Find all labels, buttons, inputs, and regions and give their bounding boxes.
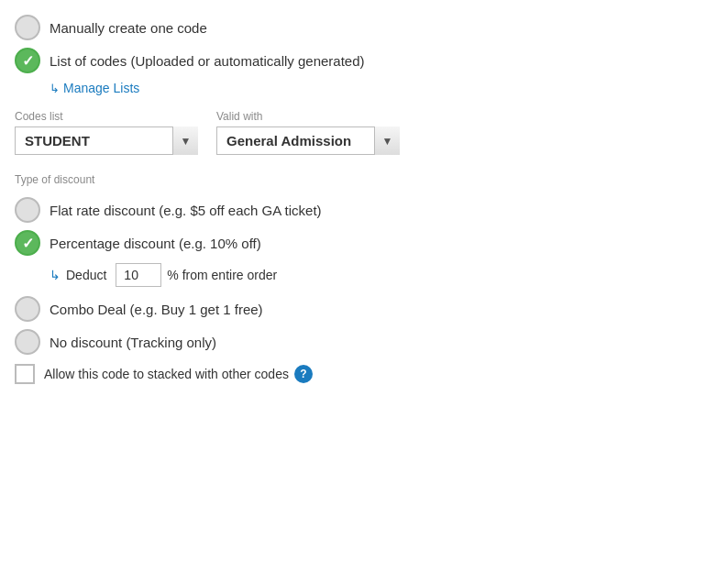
deduct-arrow: ↳ (50, 268, 61, 282)
percentage-discount-row[interactable]: Percentage discount (e.g. 10% off) (15, 230, 713, 256)
valid-with-wrapper: General Admission VIP All Tickets ▼ (216, 126, 400, 155)
manually-create-label: Manually create one code (50, 20, 207, 36)
manage-lists-link[interactable]: Manage Lists (63, 81, 139, 95)
manually-create-radio[interactable] (15, 15, 40, 40)
list-of-codes-label: List of codes (Uploaded or automatically… (50, 53, 365, 69)
deduct-suffix: % from entire order (167, 268, 277, 282)
codes-list-wrapper: STUDENT VIP STAFF ▼ (15, 126, 198, 155)
combo-deal-radio[interactable] (15, 296, 40, 322)
manage-lists-row: ↳ Manage Lists (50, 81, 713, 95)
deduct-input[interactable] (116, 263, 161, 287)
flat-rate-radio[interactable] (15, 197, 40, 223)
deduct-row: ↳ Deduct % from entire order (50, 263, 713, 287)
discount-options: Flat rate discount (e.g. $5 off each GA … (15, 197, 713, 355)
combo-deal-label: Combo Deal (e.g. Buy 1 get 1 free) (50, 302, 263, 317)
deduct-label: Deduct (66, 268, 106, 282)
type-of-discount-label: Type of discount (15, 173, 713, 186)
flat-rate-label: Flat rate discount (e.g. $5 off each GA … (50, 203, 322, 218)
valid-with-select[interactable]: General Admission VIP All Tickets (216, 126, 400, 155)
dropdowns-section: Codes list STUDENT VIP STAFF ▼ Valid wit… (15, 110, 713, 155)
allow-stacked-row[interactable]: Allow this code to stacked with other co… (15, 364, 713, 384)
combo-deal-row[interactable]: Combo Deal (e.g. Buy 1 get 1 free) (15, 296, 713, 322)
flat-rate-row[interactable]: Flat rate discount (e.g. $5 off each GA … (15, 197, 713, 223)
list-of-codes-radio[interactable] (15, 48, 40, 73)
no-discount-radio[interactable] (15, 329, 40, 355)
allow-stacked-checkbox[interactable] (15, 364, 35, 384)
codes-list-label: Codes list (15, 110, 198, 123)
codes-list-group: Codes list STUDENT VIP STAFF ▼ (15, 110, 198, 155)
list-of-codes-row[interactable]: List of codes (Uploaded or automatically… (15, 48, 713, 73)
manage-lists-arrow: ↳ (50, 82, 60, 95)
valid-with-label: Valid with (216, 110, 400, 123)
valid-with-group: Valid with General Admission VIP All Tic… (216, 110, 400, 155)
no-discount-row[interactable]: No discount (Tracking only) (15, 329, 713, 355)
help-icon[interactable]: ? (294, 365, 313, 383)
manually-create-row[interactable]: Manually create one code (15, 15, 713, 40)
allow-stacked-label: Allow this code to stacked with other co… (44, 367, 289, 381)
no-discount-label: No discount (Tracking only) (50, 335, 216, 350)
percentage-discount-label: Percentage discount (e.g. 10% off) (50, 236, 261, 251)
codes-list-select[interactable]: STUDENT VIP STAFF (15, 126, 198, 155)
percentage-discount-radio[interactable] (15, 230, 40, 256)
